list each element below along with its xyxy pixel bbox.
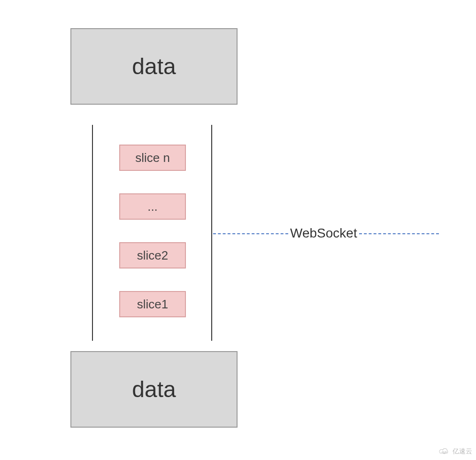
data-box-bottom-label: data (132, 376, 176, 402)
slice-ellipsis: ... (119, 193, 186, 220)
watermark-text: 亿速云 (453, 447, 472, 456)
dashed-line-left (213, 233, 288, 234)
channel-left-border (92, 125, 93, 341)
channel-right-border (211, 125, 212, 341)
slices-stack: slice n ... slice2 slice1 (119, 145, 186, 317)
dashed-line-right (359, 233, 439, 234)
slice-1: slice1 (119, 291, 186, 317)
cloud-icon (438, 447, 451, 456)
slice-label: slice2 (137, 248, 168, 263)
data-box-top: data (70, 28, 238, 105)
channel-container: slice n ... slice2 slice1 (92, 125, 212, 341)
watermark: 亿速云 (438, 447, 472, 456)
slice-2: slice2 (119, 242, 186, 268)
websocket-label: WebSocket (288, 226, 359, 241)
websocket-connection: WebSocket (213, 233, 439, 234)
slice-n: slice n (119, 145, 186, 171)
data-box-bottom: data (70, 351, 238, 428)
data-box-top-label: data (132, 54, 176, 79)
slice-label: slice n (135, 151, 170, 165)
slice-label: slice1 (137, 297, 168, 312)
slice-label: ... (147, 199, 158, 214)
